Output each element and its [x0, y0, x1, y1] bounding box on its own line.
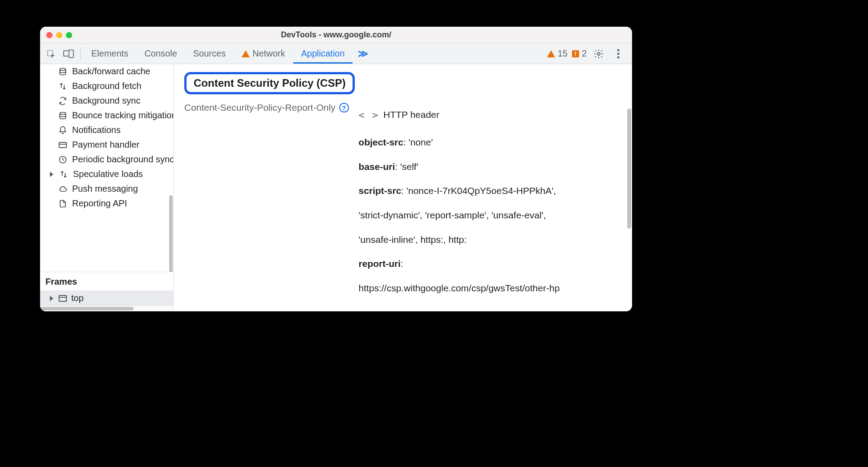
sidebar-item-background-fetch[interactable]: Background fetch — [40, 79, 173, 93]
close-window-button[interactable] — [46, 32, 53, 38]
svg-point-5 — [617, 52, 620, 55]
sidebar-horizontal-scrollbar-thumb[interactable] — [40, 307, 134, 310]
csp-directive: https://csp.withgoogle.com/csp/gwsTest/o… — [359, 276, 621, 301]
directive-key: report-uri — [359, 258, 401, 269]
toolbar-right: 15 ! 2 — [547, 44, 630, 64]
sidebar-horizontal-scrollbar[interactable] — [40, 306, 173, 311]
window-title: DevTools - www.google.com/ — [40, 30, 632, 40]
sidebar-item-reporting-api[interactable]: Reporting API — [40, 196, 173, 211]
warnings-count: 15 — [558, 48, 568, 59]
sidebar-item-label: Reporting API — [72, 198, 127, 209]
csp-directive: 'strict-dynamic', 'report-sample', 'unsa… — [359, 203, 621, 228]
tab-sources[interactable]: Sources — [185, 44, 234, 64]
tab-label: Application — [301, 48, 345, 59]
frame-icon — [58, 294, 68, 303]
more-options-button[interactable] — [611, 46, 626, 61]
directive-value: 'strict-dynamic', 'report-sample', 'unsa… — [359, 210, 546, 220]
csp-details-row: Content-Security-Policy-Report-Only ? < … — [184, 102, 621, 300]
sidebar-list: Back/forward cache Background fetch Back… — [40, 64, 173, 272]
directive-value: : 'nonce-I-7rK04QpY5oeS4-HPPkhA', — [401, 185, 556, 196]
csp-directive: 'unsafe-inline', https:, http: — [359, 228, 621, 252]
csp-section-title: Content Security Policy (CSP) — [184, 72, 355, 94]
tab-elements[interactable]: Elements — [83, 44, 136, 64]
tab-application[interactable]: Application — [293, 44, 353, 64]
svg-point-3 — [597, 52, 600, 55]
directive-key: object-src — [359, 137, 403, 147]
csp-directive: base-uri: 'self' — [359, 155, 621, 179]
directive-value: https://csp.withgoogle.com/csp/gwsTest/o… — [359, 283, 560, 293]
expand-arrow-icon[interactable] — [50, 296, 53, 301]
more-tabs-button[interactable]: ≫ — [353, 48, 373, 60]
csp-directive: object-src: 'none' — [359, 130, 621, 155]
device-toolbar-button[interactable] — [60, 44, 77, 64]
csp-directive: script-src: 'nonce-I-7rK04QpY5oeS4-HPPkh… — [359, 179, 621, 203]
sidebar-item-speculative-loads[interactable]: Speculative loads — [40, 167, 173, 181]
sidebar-item-label: Background fetch — [72, 81, 142, 91]
inspect-element-button[interactable] — [42, 44, 60, 64]
cloud-icon — [58, 184, 68, 194]
csp-source-label: HTTP header — [383, 103, 439, 127]
file-icon — [58, 199, 68, 209]
main-scrollbar-thumb[interactable] — [627, 109, 631, 229]
updown-icon — [59, 169, 69, 179]
directive-value: : 'none' — [403, 137, 433, 147]
sidebar-item-back-forward-cache[interactable]: Back/forward cache — [40, 64, 173, 79]
tab-label: Console — [144, 48, 177, 59]
database-icon — [58, 67, 68, 76]
traffic-lights — [46, 32, 72, 38]
devtools-window: DevTools - www.google.com/ Elements — [40, 27, 632, 311]
clock-icon — [58, 155, 68, 165]
content-area: Back/forward cache Background fetch Back… — [40, 64, 632, 311]
credit-card-icon — [58, 140, 68, 150]
svg-point-4 — [617, 49, 620, 51]
sidebar-item-label: Background sync — [72, 96, 140, 106]
issues-chip[interactable]: ! 2 — [572, 48, 587, 59]
application-sidebar: Back/forward cache Background fetch Back… — [40, 64, 174, 311]
issue-icon: ! — [572, 50, 579, 57]
sidebar-item-label: Bounce tracking mitigation — [72, 110, 173, 121]
tab-console[interactable]: Console — [136, 44, 185, 64]
svg-point-6 — [617, 56, 620, 58]
csp-directives: < > HTTP header object-src: 'none' base-… — [359, 102, 621, 300]
sidebar-item-label: Back/forward cache — [72, 66, 150, 76]
zoom-window-button[interactable] — [66, 32, 72, 38]
sidebar-item-payment-handler[interactable]: Payment handler — [40, 137, 173, 152]
minimize-window-button[interactable] — [56, 32, 62, 38]
sidebar-item-push-messaging[interactable]: Push messaging — [40, 181, 173, 196]
tab-label: Network — [252, 48, 285, 59]
sidebar-item-periodic-background-sync[interactable]: Periodic background sync — [40, 152, 173, 167]
sidebar-item-label: Push messaging — [72, 184, 138, 194]
tab-label: Elements — [91, 48, 128, 59]
devtools-toolbar: Elements Console Sources Network Applica… — [40, 44, 632, 64]
svg-point-8 — [60, 112, 65, 114]
help-icon[interactable]: ? — [339, 103, 349, 113]
sidebar-item-label: Speculative loads — [73, 169, 143, 179]
code-brackets-icon: < > — [359, 102, 379, 128]
directive-key: base-uri — [359, 161, 395, 172]
tab-network[interactable]: Network — [234, 44, 293, 64]
warnings-chip[interactable]: 15 — [547, 48, 568, 59]
sidebar-item-notifications[interactable]: Notifications — [40, 123, 173, 137]
updown-icon — [58, 81, 68, 91]
sidebar-item-bounce-tracking[interactable]: Bounce tracking mitigation — [40, 108, 173, 123]
svg-rect-2 — [69, 50, 73, 57]
expand-arrow-icon[interactable] — [50, 172, 53, 177]
frames-item-top[interactable]: top — [40, 290, 173, 306]
bell-icon — [58, 125, 68, 135]
toolbar-divider — [80, 48, 81, 60]
settings-button[interactable] — [591, 46, 606, 61]
sidebar-item-background-sync[interactable]: Background sync — [40, 93, 173, 108]
directive-value: : 'self' — [395, 161, 418, 172]
directive-key: script-src — [359, 185, 402, 196]
frames-section-header: Frames — [40, 272, 173, 290]
sidebar-item-label: Payment handler — [72, 140, 139, 150]
panel-tabs: Elements Console Sources Network Applica… — [83, 44, 373, 64]
toolbar-left: Elements Console Sources Network Applica… — [42, 44, 373, 64]
warning-icon — [547, 50, 555, 57]
main-panel: Content Security Policy (CSP) Content-Se… — [174, 64, 632, 311]
sidebar-scrollbar-thumb[interactable] — [169, 195, 173, 272]
directive-value: : — [401, 258, 403, 269]
directive-value: 'unsafe-inline', https:, http: — [359, 234, 467, 245]
issues-count: 2 — [582, 48, 587, 59]
svg-rect-12 — [59, 295, 67, 301]
